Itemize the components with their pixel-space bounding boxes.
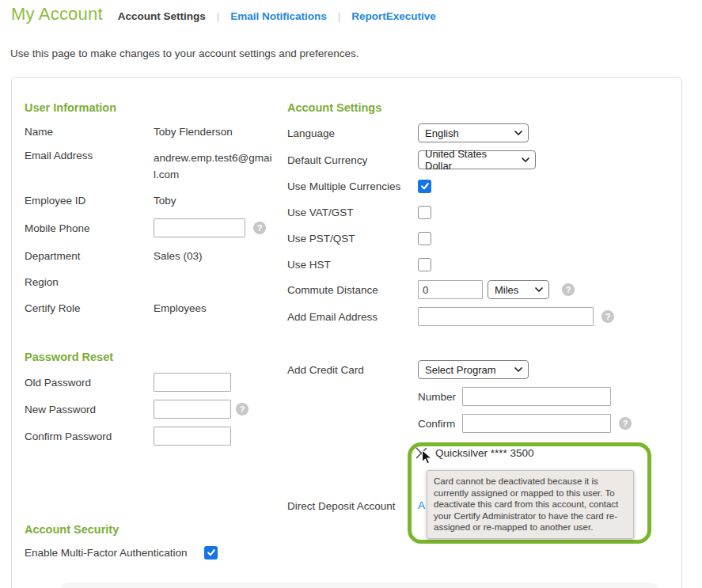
- tab-reportexecutive[interactable]: ReportExecutive: [351, 10, 436, 22]
- region-label: Region: [25, 276, 154, 288]
- chevron-down-icon: [514, 131, 522, 135]
- use-vat-row: Use VAT/GST: [287, 205, 659, 219]
- language-label: Language: [287, 127, 418, 139]
- mobile-phone-label: Mobile Phone: [25, 222, 154, 234]
- name-label: Name: [25, 126, 154, 138]
- card-tooltip: Card cannot be deactivated because it is…: [427, 470, 634, 539]
- confirm-password-input[interactable]: [154, 427, 231, 446]
- commute-distance-row: Commute Distance Miles ?: [287, 280, 659, 299]
- commute-distance-label: Commute Distance: [287, 284, 418, 296]
- chevron-down-icon: [522, 157, 529, 162]
- commute-distance-input[interactable]: [418, 280, 483, 299]
- card-number-row: Number: [287, 387, 659, 406]
- tab-separator: |: [338, 10, 341, 22]
- password-reset-heading: Password Reset: [25, 351, 278, 363]
- card-number-input[interactable]: [462, 387, 611, 406]
- use-vat-label: Use VAT/GST: [287, 207, 418, 218]
- footer-strip: [59, 582, 659, 588]
- active-card-row: Quicksilver **** 3500: [414, 446, 534, 461]
- default-currency-row: Default Currency United States Dollar: [287, 150, 659, 169]
- page-title: My Account: [11, 4, 103, 25]
- mobile-phone-row: Mobile Phone ?: [25, 218, 278, 237]
- language-select[interactable]: English: [418, 123, 529, 142]
- card-confirm-input[interactable]: [462, 414, 611, 433]
- mobile-phone-input[interactable]: [154, 218, 245, 237]
- certify-role-row: Certify Role Employees: [25, 300, 278, 317]
- default-currency-label: Default Currency: [287, 154, 418, 166]
- certify-role-label: Certify Role: [25, 302, 154, 314]
- chevron-down-icon: [535, 287, 543, 292]
- commute-distance-help-icon[interactable]: ?: [562, 283, 575, 296]
- use-hst-checkbox[interactable]: [418, 258, 431, 271]
- credit-card-program-select[interactable]: Select Program: [418, 360, 529, 379]
- chevron-down-icon: [514, 367, 522, 372]
- use-pst-row: Use PST/QST: [287, 231, 659, 245]
- tab-email-notifications[interactable]: Email Notifications: [230, 10, 327, 22]
- use-multiple-currencies-checkbox[interactable]: [418, 180, 431, 193]
- add-email-label: Add Email Address: [287, 311, 418, 323]
- certify-role-value: Employees: [154, 302, 207, 314]
- tab-account-settings[interactable]: Account Settings: [118, 10, 206, 22]
- account-settings-heading: Account Settings: [287, 101, 659, 114]
- department-label: Department: [25, 250, 154, 262]
- settings-panel: User Information Name Toby Flenderson Em…: [11, 77, 682, 588]
- right-column: Account Settings Language English Defaul…: [287, 101, 659, 441]
- card-confirm-row: Confirm ?: [287, 414, 659, 433]
- checkmark-icon: [420, 181, 430, 191]
- employee-id-label: Employee ID: [25, 195, 154, 207]
- credit-card-program-select-value: Select Program: [425, 364, 496, 376]
- user-information-heading: User Information: [25, 101, 278, 114]
- new-password-row: New Password ?: [25, 400, 278, 419]
- add-email-input[interactable]: [418, 307, 594, 326]
- use-hst-row: Use HST: [287, 257, 659, 271]
- use-pst-checkbox[interactable]: [418, 232, 431, 245]
- use-multiple-currencies-label: Use Multiple Currencies: [287, 180, 418, 192]
- left-column: User Information Name Toby Flenderson Em…: [25, 101, 278, 571]
- page-intro: Use this page to make changes to your ac…: [10, 47, 359, 59]
- mfa-checkbox[interactable]: [204, 546, 218, 560]
- language-select-value: English: [425, 127, 459, 139]
- old-password-label: Old Password: [25, 377, 154, 389]
- add-email-help-icon[interactable]: ?: [601, 310, 614, 323]
- new-password-help-icon[interactable]: ?: [236, 403, 249, 415]
- mfa-row: Enable Multi-Factor Authentication: [25, 545, 278, 560]
- email-address-value: andrew.emp.test6@gmail.com: [154, 150, 277, 183]
- account-security-heading: Account Security: [25, 523, 278, 536]
- add-email-row: Add Email Address ?: [287, 307, 659, 326]
- old-password-row: Old Password: [25, 373, 278, 392]
- mfa-label: Enable Multi-Factor Authentication: [25, 547, 204, 559]
- new-password-input[interactable]: [154, 400, 231, 419]
- tab-bar: Account Settings | Email Notifications |…: [118, 10, 436, 22]
- employee-id-value: Toby: [154, 195, 176, 207]
- language-row: Language English: [287, 123, 659, 142]
- direct-deposit-add-link[interactable]: A: [418, 499, 425, 511]
- use-multiple-currencies-row: Use Multiple Currencies: [287, 179, 659, 193]
- department-row: Department Sales (03): [25, 248, 278, 264]
- email-address-row: Email Address andrew.emp.test6@gmail.com: [25, 150, 278, 183]
- old-password-input[interactable]: [154, 373, 231, 392]
- use-vat-checkbox[interactable]: [418, 206, 431, 219]
- mobile-phone-help-icon[interactable]: ?: [253, 222, 266, 234]
- tab-separator: |: [217, 10, 220, 22]
- confirm-password-label: Confirm Password: [25, 431, 154, 442]
- commute-unit-select[interactable]: Miles: [488, 280, 549, 299]
- use-hst-label: Use HST: [287, 259, 418, 271]
- department-value: Sales (03): [154, 250, 203, 262]
- card-confirm-help-icon[interactable]: ?: [619, 417, 632, 430]
- default-currency-select[interactable]: United States Dollar: [418, 150, 536, 169]
- page-header: My Account Account Settings | Email Noti…: [11, 4, 436, 25]
- confirm-password-row: Confirm Password: [25, 427, 278, 446]
- card-number-label: Number: [418, 391, 462, 403]
- commute-unit-select-value: Miles: [495, 284, 518, 296]
- email-address-label: Email Address: [25, 150, 154, 161]
- direct-deposit-label: Direct Deposit Account: [287, 500, 396, 512]
- card-confirm-label: Confirm: [418, 418, 462, 430]
- region-row: Region: [25, 274, 278, 290]
- default-currency-select-value: United States Dollar: [425, 148, 515, 172]
- use-pst-label: Use PST/QST: [287, 233, 418, 245]
- my-account-page: My Account Account Settings | Email Noti…: [0, 0, 702, 588]
- new-password-label: New Password: [25, 404, 154, 415]
- deactivate-card-close-icon[interactable]: [414, 446, 429, 461]
- name-value: Toby Flenderson: [154, 126, 233, 138]
- employee-id-row: Employee ID Toby: [25, 192, 278, 209]
